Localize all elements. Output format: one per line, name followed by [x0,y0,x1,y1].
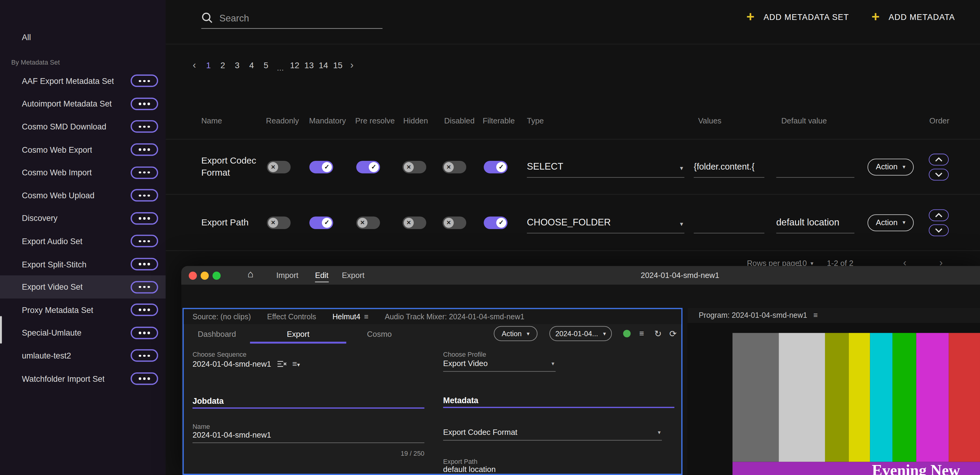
sidebar-item[interactable]: AAF Export Metadata Set [0,69,165,92]
page-next-button[interactable]: › [345,59,359,71]
move-up-button[interactable] [929,153,949,165]
move-up-button[interactable] [929,209,949,221]
sidebar-item[interactable]: Cosmo Web Upload [0,184,165,207]
add-metadata-button[interactable]: + ADD METADATA [872,10,955,24]
mandatory-toggle[interactable]: ✓ [309,161,333,173]
search-input[interactable] [220,13,383,23]
item-options-menu-icon[interactable] [130,372,158,385]
item-options-menu-icon[interactable] [130,327,158,339]
filterable-toggle[interactable]: ✓ [484,161,508,173]
item-options-menu-icon[interactable] [130,120,158,133]
sidebar-item[interactable]: Autoimport Metadata Set [0,92,165,115]
refresh-icon[interactable]: ↻ [654,328,662,339]
values-input[interactable]: {folder.content.{ [694,156,764,177]
panel-menu-icon[interactable]: ≡ [364,312,369,321]
pre-resolve-toggle[interactable]: ✓ [356,161,380,173]
page-button-15[interactable]: 15 [331,61,345,70]
page-button-12[interactable]: 12 [287,61,302,70]
readonly-toggle[interactable]: ✕ [267,161,291,173]
item-options-menu-icon[interactable] [130,281,158,293]
default-value-input[interactable]: default location [776,212,854,233]
menu-export[interactable]: Export [342,266,364,285]
tab-helmut4[interactable]: Helmut4 ≡ [332,312,369,321]
values-input[interactable] [694,212,764,233]
page-button-1[interactable]: 1 [201,61,216,70]
sidebar-item[interactable]: Proxy Metadata Set [0,298,165,321]
hidden-toggle[interactable]: ✕ [402,161,426,173]
sidebar-item[interactable]: Export Split-Stitch [0,253,165,276]
tab-program[interactable]: Program: 2024-01-04-smd-new1 [698,311,807,320]
type-select[interactable]: SELECT▾ [527,156,684,177]
panel-menu-icon[interactable]: ≡ [813,311,818,320]
menu-import[interactable]: Import [276,266,298,285]
choose-profile-select[interactable]: Export Video ▾ [443,357,556,372]
tab-source[interactable]: Source: (no clips) [192,312,251,321]
action-button[interactable]: Action▾ [867,158,914,175]
sidebar-item[interactable]: Cosmo SMD Download [0,115,165,138]
zoom-button[interactable] [213,271,221,279]
header-actions: + ADD METADATA SET + ADD METADATA [746,10,955,24]
menu-edit[interactable]: Edit [315,266,329,285]
page-prev-button[interactable]: ‹ [188,59,201,71]
readonly-toggle[interactable]: ✕ [267,216,291,228]
tab-cosmo[interactable]: Cosmo [346,324,412,343]
action-button[interactable]: Action▾ [867,214,914,231]
mandatory-toggle[interactable]: ✓ [309,216,333,228]
name-input[interactable]: 2024-01-04-smd-new1 [192,428,424,443]
sidebar-item[interactable]: Watchfolder Import Set [0,367,165,390]
sidebar-item[interactable]: Cosmo Web Export [0,138,165,161]
type-select[interactable]: CHOOSE_FOLDER▾ [527,212,684,233]
page-button-13[interactable]: 13 [302,61,316,70]
move-down-button[interactable] [929,224,949,236]
item-options-menu-icon[interactable] [130,189,158,202]
default-value-input[interactable] [776,156,854,177]
item-options-menu-icon[interactable] [130,349,158,362]
item-options-menu-icon[interactable] [130,212,158,225]
sidebar-item[interactable]: Export Video Set [0,276,165,298]
item-options-menu-icon[interactable] [130,235,158,247]
sidebar-item[interactable]: Special-Umlaute [0,321,165,344]
clear-sequence-icon[interactable] [277,360,287,368]
choose-sequence-field[interactable]: 2024-01-04-smd-new1 ≡▾ [192,359,300,368]
close-button[interactable] [189,271,197,279]
sidebar-item-all[interactable]: All [0,26,165,48]
tab-audio-track-mixer[interactable]: Audio Track Mixer: 2024-01-04-smd-new1 [385,312,524,321]
sidebar-item[interactable]: Discovery [0,207,165,230]
sidebar-scrollbar[interactable] [0,316,2,343]
item-options-menu-icon[interactable] [130,143,158,156]
tab-export[interactable]: Export [250,324,346,343]
sync-icon[interactable]: ⟳ [670,328,677,339]
move-down-button[interactable] [929,168,949,180]
page-button-4[interactable]: 4 [244,61,259,70]
item-options-menu-icon[interactable] [130,258,158,270]
export-codec-format-select[interactable]: Export Codec Format ▾ [443,426,662,441]
disabled-toggle[interactable]: ✕ [442,161,466,173]
item-options-menu-icon[interactable] [130,75,158,87]
disabled-toggle[interactable]: ✕ [442,216,466,228]
page-button-14[interactable]: 14 [316,61,331,70]
item-options-menu-icon[interactable] [130,97,158,110]
helmut-action-dropdown[interactable]: Action ▾ [494,326,537,341]
item-options-menu-icon[interactable] [130,166,158,179]
tab-effect-controls[interactable]: Effect Controls [267,312,316,321]
page-button-5[interactable]: 5 [259,61,273,70]
sidebar-item[interactable]: Export Audio Set [0,230,165,253]
sidebar-item[interactable]: umlaute-test2 [0,344,165,367]
window-titlebar[interactable]: ⌂ Import Edit Export 2024-01-04-smd-new1 [181,266,980,285]
panel-menu-icon[interactable]: ≡ [639,328,644,338]
minimize-button[interactable] [200,271,208,279]
export-path-input[interactable]: default location [443,462,662,475]
page-button-2[interactable]: 2 [216,61,230,70]
filterable-toggle[interactable]: ✓ [484,216,508,228]
sidebar-item[interactable]: Cosmo Web Import [0,161,165,184]
sequence-select-dropdown[interactable]: 2024-01-04... ▾ [549,326,612,341]
page-button-3[interactable]: 3 [230,61,245,70]
tab-dashboard[interactable]: Dashboard [184,324,250,343]
home-icon[interactable]: ⌂ [248,269,254,280]
hidden-toggle[interactable]: ✕ [402,216,426,228]
pre-resolve-toggle[interactable]: ✕ [356,216,380,228]
sequence-menu-icon[interactable]: ≡▾ [293,359,300,368]
add-metadata-set-button[interactable]: + ADD METADATA SET [746,10,849,24]
item-options-menu-icon[interactable] [130,304,158,316]
search-field[interactable] [201,8,382,29]
